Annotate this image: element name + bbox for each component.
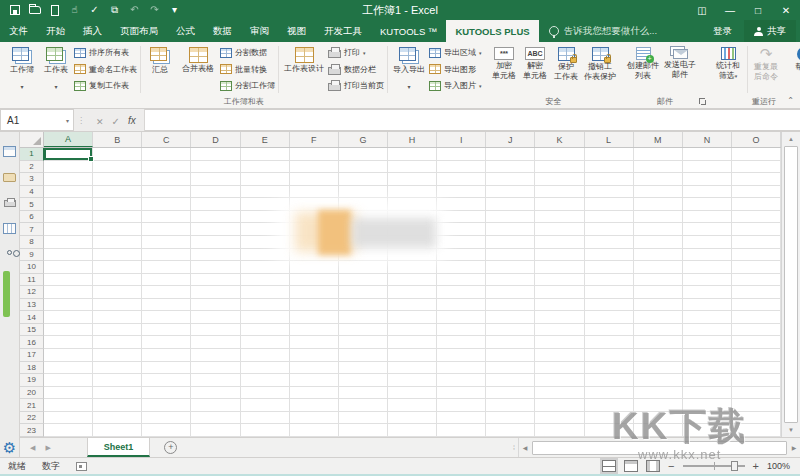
grid-cell[interactable] [535,387,584,400]
grid-cell[interactable] [290,387,339,400]
grid-cell[interactable] [241,211,290,224]
folder-pane-icon[interactable] [3,173,16,182]
grid-cell[interactable] [339,223,388,236]
export-range-button[interactable]: 导出区域 [429,47,482,58]
grid-cell[interactable] [683,274,732,287]
grid-cell[interactable] [732,236,781,249]
grid-cell[interactable] [535,311,584,324]
grid-cell[interactable] [486,274,535,287]
grid-cell[interactable] [339,286,388,299]
grid-cell[interactable] [486,387,535,400]
grid-cell[interactable] [732,286,781,299]
rename-sheets-button[interactable]: 重命名工作表 [74,64,137,75]
print-current-page-button[interactable]: 打印当前页 [328,80,384,91]
grid-cell[interactable] [44,148,93,161]
grid-cell[interactable] [44,249,93,262]
sheet-design-button[interactable]: 工作表设计 [281,45,327,73]
row-header[interactable]: 18 [20,362,44,375]
grid-cell[interactable] [634,198,683,211]
new-document-icon[interactable] [48,4,61,16]
page-break-view-icon[interactable] [646,460,660,472]
save-icon[interactable] [8,4,21,16]
column-header[interactable]: H [388,132,437,147]
grid-cell[interactable] [191,412,240,425]
grid-cell[interactable] [585,362,634,375]
scroll-left-icon[interactable]: ◀ [519,444,531,451]
grid-cell[interactable] [437,349,486,362]
grid-cell[interactable] [535,148,584,161]
grid-cell[interactable] [388,223,437,236]
grid-cell[interactable] [585,387,634,400]
grid-cell[interactable] [486,424,535,437]
copy-sheets-button[interactable]: 复制工作表 [74,80,137,91]
grid-cell[interactable] [585,412,634,425]
grid-cell[interactable] [585,236,634,249]
grid-cell[interactable] [191,173,240,186]
grid-cell[interactable] [634,286,683,299]
grid-cell[interactable] [683,299,732,312]
grid-cell[interactable] [388,336,437,349]
grid-cell[interactable] [142,324,191,337]
worksheet-button[interactable]: 工作表 [39,45,73,93]
grid-cell[interactable] [339,324,388,337]
grid-cell[interactable] [339,424,388,437]
grid-cell[interactable] [535,211,584,224]
grid-cell[interactable] [486,374,535,387]
grid-cell[interactable] [683,412,732,425]
grid-cell[interactable] [486,349,535,362]
grid-cell[interactable] [535,424,584,437]
grid-cell[interactable] [388,424,437,437]
grid-cell[interactable] [388,198,437,211]
touch-mode-icon[interactable]: ☝ [68,4,81,16]
split-workbook-button[interactable]: 分割工作簿 [220,80,275,91]
grid-cell[interactable] [732,161,781,174]
grid-cell[interactable] [437,236,486,249]
grid-cell[interactable] [535,173,584,186]
grid-cell[interactable] [585,274,634,287]
scroll-down-icon[interactable]: ▼ [782,423,800,437]
grid-cell[interactable] [683,173,732,186]
tab-数据[interactable]: 数据 [204,20,241,42]
tab-审阅[interactable]: 审阅 [241,20,278,42]
page-layout-view-icon[interactable] [624,460,638,472]
grid-cell[interactable] [142,286,191,299]
grid-cell[interactable] [142,223,191,236]
grid-cell[interactable] [585,299,634,312]
grid-cell[interactable] [683,249,732,262]
grid-cell[interactable] [634,249,683,262]
grid-cell[interactable] [634,299,683,312]
grid-cell[interactable] [437,412,486,425]
grid-cell[interactable] [241,374,290,387]
grid-cell[interactable] [683,286,732,299]
column-header[interactable]: D [191,132,240,147]
grid-cell[interactable] [93,274,142,287]
grid-cell[interactable] [290,198,339,211]
grid-cell[interactable] [290,362,339,375]
grid-cell[interactable] [290,148,339,161]
grid-cell[interactable] [683,374,732,387]
grid-cell[interactable] [191,161,240,174]
grid-cell[interactable] [535,223,584,236]
grid-cell[interactable] [486,223,535,236]
row-header[interactable]: 3 [20,173,44,186]
grid-cell[interactable] [683,349,732,362]
grid-cell[interactable] [437,362,486,375]
grid-cell[interactable] [93,211,142,224]
grid-cell[interactable] [241,261,290,274]
grid-cell[interactable] [44,236,93,249]
tab-公式[interactable]: 公式 [167,20,204,42]
column-header[interactable]: F [290,132,339,147]
grid-cell[interactable] [93,299,142,312]
grid-cell[interactable] [535,274,584,287]
grid-cell[interactable] [535,399,584,412]
formula-input[interactable] [145,109,800,131]
grid-cell[interactable] [486,412,535,425]
send-emails-button[interactable]: 发送电子 邮件 [662,45,699,79]
grid-cell[interactable] [290,223,339,236]
grid-cell[interactable] [241,198,290,211]
grid-cell[interactable] [683,399,732,412]
grid-cell[interactable] [732,336,781,349]
cancel-entry-icon[interactable] [96,111,104,129]
grid-cell[interactable] [290,236,339,249]
grid-cell[interactable] [437,299,486,312]
